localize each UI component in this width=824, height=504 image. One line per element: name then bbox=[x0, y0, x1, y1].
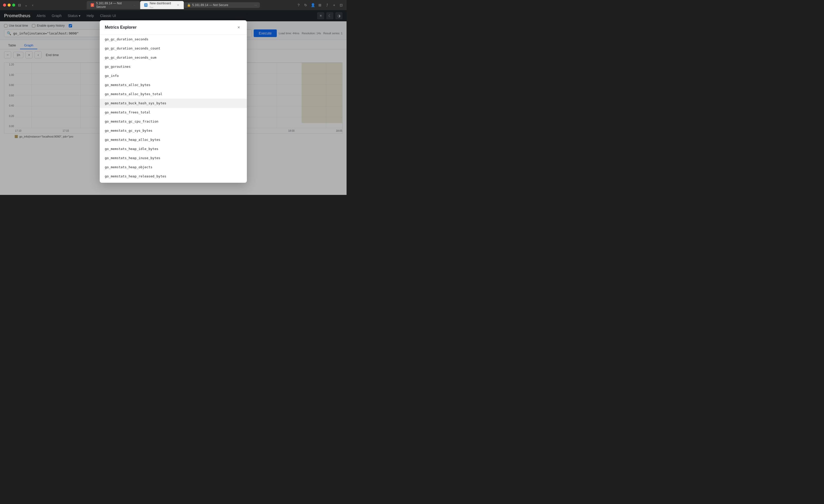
tab-label-prometheus: 5.161.89.14 — Not Secure bbox=[96, 2, 131, 9]
browser-tab-prometheus[interactable]: ⚡ 5.161.89.14 — Not Secure ··· bbox=[87, 1, 140, 9]
metric-item[interactable]: go_memstats_alloc_bytes bbox=[100, 81, 247, 90]
expand-icon[interactable]: ⊡ bbox=[339, 3, 343, 7]
modal-overlay: Metrics Explorer × go_gc_duration_second… bbox=[0, 10, 346, 195]
metric-item[interactable]: go_goroutines bbox=[100, 62, 247, 71]
metric-item[interactable]: go_memstats_heap_inuse_bytes bbox=[100, 154, 247, 163]
minimize-window-button[interactable] bbox=[8, 4, 11, 7]
prometheus-app: Prometheus Alerts Graph Status ▾ Help Cl… bbox=[0, 10, 346, 195]
grid-icon[interactable]: ⊞ bbox=[318, 3, 322, 7]
tab-more-icon: ··· bbox=[133, 4, 135, 6]
metrics-explorer-modal: Metrics Explorer × go_gc_duration_second… bbox=[100, 20, 247, 183]
tab-close-prometheus[interactable]: ··· bbox=[133, 3, 136, 7]
metric-item[interactable]: go_memstats_heap_sys_bytes bbox=[100, 181, 247, 183]
url-bar[interactable]: 🔒 5.161.89.14 — Not Secure ··· bbox=[184, 2, 260, 8]
modal-header: Metrics Explorer × bbox=[100, 20, 247, 35]
tab-close-dashboard[interactable]: ✕ bbox=[176, 3, 180, 7]
metric-item[interactable]: go_memstats_heap_objects bbox=[100, 163, 247, 172]
metric-item[interactable]: go_memstats_gc_sys_bytes bbox=[100, 126, 247, 135]
url-text: 5.161.89.14 — Not Secure bbox=[192, 3, 228, 7]
metric-item[interactable]: go_info bbox=[100, 71, 247, 81]
metric-item[interactable]: go_memstats_alloc_bytes_total bbox=[100, 90, 247, 99]
question-icon[interactable]: ? bbox=[296, 3, 301, 7]
modal-close-button[interactable]: × bbox=[236, 24, 242, 30]
traffic-lights bbox=[3, 4, 15, 7]
lock-icon: 🔒 bbox=[187, 3, 191, 7]
url-more-icon: ··· bbox=[254, 3, 257, 7]
tab-label-dashboard: New dashboard -... bbox=[150, 2, 174, 9]
sidebar-toggle-icon[interactable]: ⊟ bbox=[17, 3, 22, 7]
share-icon[interactable]: ⤴ bbox=[325, 3, 329, 7]
metric-item[interactable]: go_memstats_heap_idle_bytes bbox=[100, 144, 247, 154]
metric-item[interactable]: go_gc_duration_seconds_count bbox=[100, 44, 247, 53]
prometheus-tab-icon: ⚡ bbox=[91, 3, 94, 7]
chevron-down-icon[interactable]: ⌄ bbox=[24, 3, 28, 7]
metric-item[interactable]: go_gc_duration_seconds_sum bbox=[100, 53, 247, 62]
refresh-icon[interactable]: ↻ bbox=[303, 3, 308, 7]
browser-tab-dashboard[interactable]: ⚑ New dashboard -... ✕ bbox=[140, 1, 184, 9]
maximize-window-button[interactable] bbox=[12, 4, 15, 7]
metric-item[interactable]: go_memstats_heap_alloc_bytes bbox=[100, 135, 247, 144]
back-icon[interactable]: ‹ bbox=[30, 3, 35, 7]
metric-item[interactable]: go_gc_duration_seconds bbox=[100, 35, 247, 44]
metric-item[interactable]: go_memstats_gc_cpu_fraction bbox=[100, 117, 247, 126]
close-window-button[interactable] bbox=[3, 4, 6, 7]
modal-title: Metrics Explorer bbox=[105, 25, 136, 30]
dashboard-tab-icon: ⚑ bbox=[144, 3, 148, 7]
tab-bar: ⚡ 5.161.89.14 — Not Secure ··· ⚑ New das… bbox=[87, 1, 260, 9]
metric-item[interactable]: go_memstats_heap_released_bytes bbox=[100, 172, 247, 181]
metric-item[interactable]: go_memstats_frees_total bbox=[100, 108, 247, 117]
title-bar-actions: ? ↻ 👤 ⊞ ⤴ + ⊡ bbox=[296, 3, 343, 7]
user-icon[interactable]: 👤 bbox=[311, 3, 315, 7]
new-tab-icon[interactable]: + bbox=[332, 3, 336, 7]
modal-body[interactable]: go_gc_duration_secondsgo_gc_duration_sec… bbox=[100, 35, 247, 183]
metric-item[interactable]: go_memstats_buck_hash_sys_bytes bbox=[100, 99, 247, 108]
title-bar: ⊟ ⌄ ‹ ⚡ 5.161.89.14 — Not Secure ··· ⚑ N… bbox=[0, 0, 346, 10]
